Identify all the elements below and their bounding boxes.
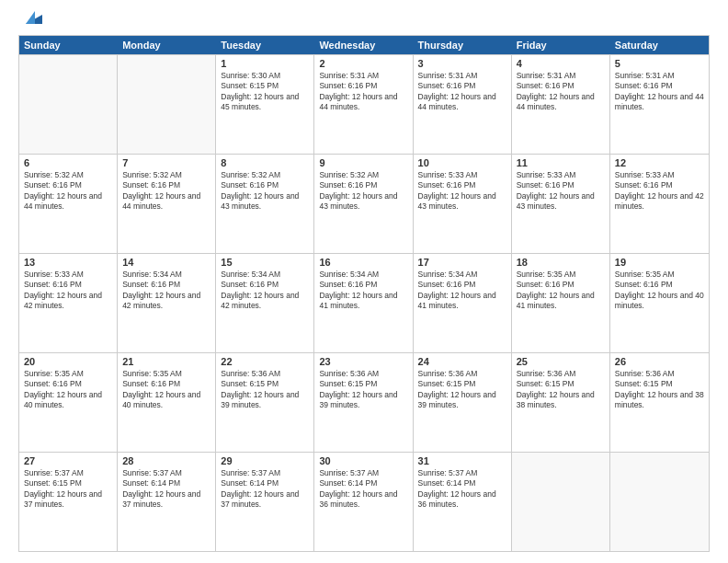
calendar-cell: 24Sunrise: 5:36 AM Sunset: 6:15 PM Dayli…	[414, 353, 512, 452]
day-info: Sunrise: 5:33 AM Sunset: 6:16 PM Dayligh…	[517, 170, 605, 213]
day-number: 10	[418, 157, 506, 168]
logo	[18, 15, 42, 28]
calendar-body: 1Sunrise: 5:30 AM Sunset: 6:15 PM Daylig…	[19, 54, 709, 551]
calendar-cell: 11Sunrise: 5:33 AM Sunset: 6:16 PM Dayli…	[512, 155, 610, 253]
weekday-header: Friday	[512, 36, 610, 54]
day-number: 14	[122, 257, 210, 268]
day-number: 12	[615, 157, 704, 168]
calendar-week: 20Sunrise: 5:35 AM Sunset: 6:16 PM Dayli…	[19, 352, 709, 452]
logo-icon	[22, 7, 42, 28]
day-info: Sunrise: 5:35 AM Sunset: 6:16 PM Dayligh…	[122, 369, 210, 411]
day-info: Sunrise: 5:33 AM Sunset: 6:16 PM Dayligh…	[418, 170, 506, 213]
day-number: 24	[418, 356, 506, 367]
day-number: 1	[221, 58, 309, 69]
day-number: 4	[517, 58, 605, 69]
day-info: Sunrise: 5:36 AM Sunset: 6:15 PM Dayligh…	[221, 369, 309, 411]
calendar-cell: 4Sunrise: 5:31 AM Sunset: 6:16 PM Daylig…	[512, 55, 610, 154]
calendar-cell: 7Sunrise: 5:32 AM Sunset: 6:16 PM Daylig…	[118, 155, 216, 253]
day-info: Sunrise: 5:34 AM Sunset: 6:16 PM Dayligh…	[221, 270, 309, 312]
calendar-cell: 30Sunrise: 5:37 AM Sunset: 6:14 PM Dayli…	[314, 453, 413, 551]
day-info: Sunrise: 5:35 AM Sunset: 6:16 PM Dayligh…	[24, 369, 112, 411]
calendar-cell: 14Sunrise: 5:34 AM Sunset: 6:16 PM Dayli…	[118, 254, 216, 352]
day-number: 30	[319, 455, 407, 466]
calendar-week: 6Sunrise: 5:32 AM Sunset: 6:16 PM Daylig…	[19, 154, 709, 253]
calendar-cell: 22Sunrise: 5:36 AM Sunset: 6:15 PM Dayli…	[216, 353, 314, 452]
day-info: Sunrise: 5:34 AM Sunset: 6:16 PM Dayligh…	[319, 270, 407, 312]
day-info: Sunrise: 5:32 AM Sunset: 6:16 PM Dayligh…	[24, 170, 112, 213]
day-info: Sunrise: 5:32 AM Sunset: 6:16 PM Dayligh…	[122, 170, 210, 213]
day-info: Sunrise: 5:32 AM Sunset: 6:16 PM Dayligh…	[319, 170, 407, 213]
weekday-header: Saturday	[610, 36, 709, 54]
calendar-cell: 9Sunrise: 5:32 AM Sunset: 6:16 PM Daylig…	[314, 155, 413, 253]
day-number: 15	[221, 257, 309, 268]
day-number: 11	[517, 157, 605, 168]
calendar-header: SundayMondayTuesdayWednesdayThursdayFrid…	[19, 36, 709, 54]
day-info: Sunrise: 5:33 AM Sunset: 6:16 PM Dayligh…	[24, 270, 112, 312]
day-number: 13	[24, 257, 112, 268]
day-info: Sunrise: 5:36 AM Sunset: 6:15 PM Dayligh…	[615, 369, 704, 411]
day-info: Sunrise: 5:31 AM Sunset: 6:16 PM Dayligh…	[319, 71, 407, 113]
calendar: SundayMondayTuesdayWednesdayThursdayFrid…	[18, 35, 710, 552]
calendar-cell: 12Sunrise: 5:33 AM Sunset: 6:16 PM Dayli…	[610, 155, 709, 253]
day-info: Sunrise: 5:37 AM Sunset: 6:15 PM Dayligh…	[24, 468, 112, 511]
calendar-cell: 5Sunrise: 5:31 AM Sunset: 6:16 PM Daylig…	[610, 55, 709, 154]
calendar-cell: 27Sunrise: 5:37 AM Sunset: 6:15 PM Dayli…	[19, 453, 118, 551]
calendar-cell: 31Sunrise: 5:37 AM Sunset: 6:14 PM Dayli…	[414, 453, 512, 551]
day-number: 27	[24, 455, 112, 466]
day-number: 23	[319, 356, 407, 367]
calendar-cell: 20Sunrise: 5:35 AM Sunset: 6:16 PM Dayli…	[19, 353, 118, 452]
day-number: 26	[615, 356, 704, 367]
calendar-cell: 25Sunrise: 5:36 AM Sunset: 6:15 PM Dayli…	[512, 353, 610, 452]
day-number: 7	[122, 157, 210, 168]
calendar-cell: 17Sunrise: 5:34 AM Sunset: 6:16 PM Dayli…	[414, 254, 512, 352]
calendar-cell: 10Sunrise: 5:33 AM Sunset: 6:16 PM Dayli…	[414, 155, 512, 253]
calendar-cell: 21Sunrise: 5:35 AM Sunset: 6:16 PM Dayli…	[118, 353, 216, 452]
day-number: 3	[418, 58, 506, 69]
weekday-header: Wednesday	[314, 36, 413, 54]
day-info: Sunrise: 5:35 AM Sunset: 6:16 PM Dayligh…	[517, 270, 605, 312]
calendar-cell	[610, 453, 709, 551]
calendar-cell: 8Sunrise: 5:32 AM Sunset: 6:16 PM Daylig…	[216, 155, 314, 253]
calendar-cell: 19Sunrise: 5:35 AM Sunset: 6:16 PM Dayli…	[610, 254, 709, 352]
day-info: Sunrise: 5:37 AM Sunset: 6:14 PM Dayligh…	[221, 468, 309, 511]
calendar-week: 27Sunrise: 5:37 AM Sunset: 6:15 PM Dayli…	[19, 452, 709, 551]
day-info: Sunrise: 5:36 AM Sunset: 6:15 PM Dayligh…	[319, 369, 407, 411]
day-number: 5	[615, 58, 704, 69]
day-number: 28	[122, 455, 210, 466]
day-info: Sunrise: 5:32 AM Sunset: 6:16 PM Dayligh…	[221, 170, 309, 213]
page: SundayMondayTuesdayWednesdayThursdayFrid…	[0, 0, 728, 563]
weekday-header: Thursday	[414, 36, 512, 54]
day-info: Sunrise: 5:35 AM Sunset: 6:16 PM Dayligh…	[615, 270, 704, 312]
header	[18, 15, 710, 28]
calendar-week: 13Sunrise: 5:33 AM Sunset: 6:16 PM Dayli…	[19, 253, 709, 352]
day-number: 29	[221, 455, 309, 466]
day-number: 2	[319, 58, 407, 69]
day-info: Sunrise: 5:34 AM Sunset: 6:16 PM Dayligh…	[418, 270, 506, 312]
calendar-cell	[512, 453, 610, 551]
day-info: Sunrise: 5:34 AM Sunset: 6:16 PM Dayligh…	[122, 270, 210, 312]
day-info: Sunrise: 5:33 AM Sunset: 6:16 PM Dayligh…	[615, 170, 704, 213]
day-number: 9	[319, 157, 407, 168]
calendar-cell	[19, 55, 118, 154]
calendar-cell: 6Sunrise: 5:32 AM Sunset: 6:16 PM Daylig…	[19, 155, 118, 253]
day-info: Sunrise: 5:37 AM Sunset: 6:14 PM Dayligh…	[122, 468, 210, 511]
day-info: Sunrise: 5:37 AM Sunset: 6:14 PM Dayligh…	[418, 468, 506, 511]
calendar-cell: 1Sunrise: 5:30 AM Sunset: 6:15 PM Daylig…	[216, 55, 314, 154]
day-info: Sunrise: 5:36 AM Sunset: 6:15 PM Dayligh…	[517, 369, 605, 411]
day-number: 6	[24, 157, 112, 168]
calendar-cell: 29Sunrise: 5:37 AM Sunset: 6:14 PM Dayli…	[216, 453, 314, 551]
day-info: Sunrise: 5:31 AM Sunset: 6:16 PM Dayligh…	[418, 71, 506, 113]
day-info: Sunrise: 5:30 AM Sunset: 6:15 PM Dayligh…	[221, 71, 309, 113]
calendar-cell: 15Sunrise: 5:34 AM Sunset: 6:16 PM Dayli…	[216, 254, 314, 352]
day-number: 16	[319, 257, 407, 268]
day-info: Sunrise: 5:31 AM Sunset: 6:16 PM Dayligh…	[517, 71, 605, 113]
calendar-cell	[118, 55, 216, 154]
weekday-header: Sunday	[19, 36, 118, 54]
calendar-cell: 3Sunrise: 5:31 AM Sunset: 6:16 PM Daylig…	[414, 55, 512, 154]
calendar-cell: 18Sunrise: 5:35 AM Sunset: 6:16 PM Dayli…	[512, 254, 610, 352]
day-info: Sunrise: 5:31 AM Sunset: 6:16 PM Dayligh…	[615, 71, 704, 113]
day-info: Sunrise: 5:36 AM Sunset: 6:15 PM Dayligh…	[418, 369, 506, 411]
day-number: 31	[418, 455, 506, 466]
day-number: 8	[221, 157, 309, 168]
day-number: 22	[221, 356, 309, 367]
